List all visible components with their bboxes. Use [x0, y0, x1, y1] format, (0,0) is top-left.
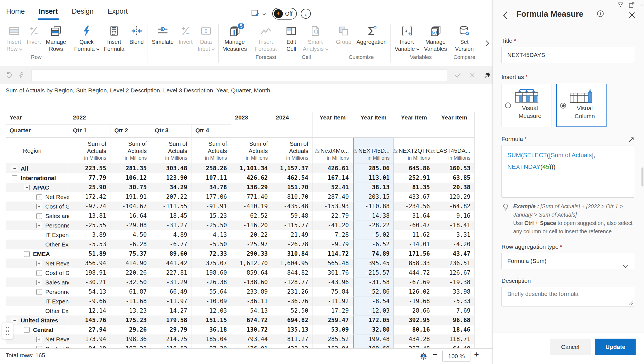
- ribbon-button-invert-row[interactable]: Invert: [24, 23, 43, 53]
- ribbon-button-blend[interactable]: Blend: [127, 23, 146, 53]
- row-header-it-expenses[interactable]: IT Expenses: [6, 297, 69, 306]
- table-cell[interactable]: 207.22: [151, 192, 191, 202]
- tab-design[interactable]: Design: [72, 7, 94, 18]
- table-cell[interactable]: 434.28: [394, 335, 434, 344]
- table-cell[interactable]: 414.90: [110, 259, 151, 268]
- table-cell[interactable]: -13.23: [110, 306, 151, 316]
- table-cell[interactable]: 53.09: [312, 325, 353, 335]
- ribbon-button-aggregation[interactable]: Aggregation: [354, 23, 389, 53]
- measure-header[interactable]: Sum of Actualsin Millions: [69, 138, 110, 164]
- table-cell[interactable]: 171.56: [394, 249, 434, 259]
- ribbon-button-manage-variables[interactable]: (x)ManageVariables: [422, 23, 449, 53]
- table-cell[interactable]: 136.29: [231, 183, 272, 192]
- measure-header[interactable]: Sum of Actualsin Millions: [191, 138, 231, 164]
- table-cell[interactable]: -115.77: [272, 221, 312, 230]
- measure-header[interactable]: fxLAST45DA...in Millions: [434, 138, 475, 164]
- table-cell[interactable]: -12.03: [353, 306, 394, 316]
- table-cell[interactable]: 34.29: [151, 183, 191, 192]
- table-cell[interactable]: -426.01: [231, 344, 272, 348]
- table-cell[interactable]: 203.15: [353, 192, 394, 202]
- table-cell[interactable]: -26.38: [191, 278, 231, 287]
- table-cell[interactable]: -231.26: [272, 287, 312, 297]
- table-cell[interactable]: 462.54: [272, 173, 312, 183]
- table-cell[interactable]: 135.13: [272, 325, 312, 335]
- insert-as-visual-measure-option[interactable]: Visual Measure: [501, 84, 552, 127]
- table-cell[interactable]: -5.33: [434, 297, 475, 306]
- table-cell[interactable]: -41.20: [312, 221, 353, 230]
- measure-header[interactable]: Sum of Actualsin Millions: [272, 138, 312, 164]
- table-cell[interactable]: 32.80: [353, 325, 394, 335]
- table-cell[interactable]: -54.13: [69, 287, 110, 297]
- table-cell[interactable]: -9.79: [312, 240, 353, 249]
- row-header-other-expe[interactable]: Other Expe...: [6, 306, 69, 316]
- focus-mode-icon[interactable]: [628, 2, 635, 9]
- table-cell[interactable]: -31.64: [394, 211, 434, 221]
- table-cell[interactable]: -66.49: [151, 287, 191, 297]
- table-cell[interactable]: -126.02: [394, 287, 434, 297]
- measure-header[interactable]: fxNext4Mo...in Millions: [312, 138, 353, 164]
- table-cell[interactable]: -444.72: [394, 268, 434, 278]
- back-icon[interactable]: [502, 11, 509, 21]
- expand-icon[interactable]: +: [36, 280, 42, 285]
- table-cell[interactable]: -31.27: [151, 221, 191, 230]
- table-cell[interactable]: -138.60: [231, 278, 272, 287]
- table-cell[interactable]: -110.88: [353, 202, 394, 211]
- table-cell[interactable]: -432.12: [272, 344, 312, 348]
- table-cell[interactable]: 25.90: [69, 183, 110, 192]
- drag-handle[interactable]: [2, 323, 13, 339]
- expand-icon[interactable]: +: [36, 337, 42, 342]
- table-cell[interactable]: -54.13: [231, 306, 272, 316]
- table-cell[interactable]: 29.26: [110, 325, 151, 335]
- table-cell[interactable]: 30.75: [110, 183, 151, 192]
- table-header-cell[interactable]: Qtr 2: [110, 125, 151, 138]
- table-cell[interactable]: 120.29: [434, 192, 475, 202]
- expand-formula-icon[interactable]: [628, 136, 635, 144]
- table-cell[interactable]: 172.05: [353, 316, 394, 325]
- table-header-cell[interactable]: Year Item: [394, 112, 434, 138]
- info-icon[interactable]: i: [301, 9, 311, 19]
- table-cell[interactable]: 160.53: [434, 164, 475, 173]
- edit-mode-button[interactable]: [247, 5, 268, 22]
- table-cell[interactable]: -36.11: [231, 297, 272, 306]
- collapse-icon[interactable]: −: [24, 251, 30, 257]
- table-cell[interactable]: -11.62: [394, 230, 434, 240]
- measure-header[interactable]: fxNEXT2QTRin Millions: [394, 138, 434, 164]
- table-cell[interactable]: -116.53: [151, 344, 191, 348]
- table-cell[interactable]: 118.71: [434, 335, 475, 344]
- row-header-sales-and-m[interactable]: +Sales and M...: [6, 211, 69, 221]
- table-cell[interactable]: -4.89: [151, 230, 191, 240]
- table-cell[interactable]: -25.50: [191, 221, 231, 230]
- ribbon-button-simulate[interactable]: Simulate: [149, 23, 176, 53]
- ribbon-button-edit-cell[interactable]: EditCell: [282, 23, 300, 53]
- table-cell[interactable]: 236.51: [434, 259, 475, 268]
- table-cell[interactable]: 426.62: [231, 173, 272, 183]
- table-cell[interactable]: -109.69: [353, 344, 394, 348]
- table-cell[interactable]: 29.79: [151, 325, 191, 335]
- table-cell[interactable]: 285.06: [353, 164, 394, 173]
- table-cell[interactable]: 175.23: [110, 316, 151, 325]
- table-cell[interactable]: -11.97: [151, 297, 191, 306]
- table-cell[interactable]: 130.72: [231, 325, 272, 335]
- table-cell[interactable]: -17.29: [312, 306, 353, 316]
- measure-header[interactable]: Sum of Actualsin Millions: [231, 138, 272, 164]
- table-cell[interactable]: -435.48: [272, 202, 312, 211]
- row-header-net-revenue[interactable]: +Net Revenue: [6, 192, 69, 202]
- table-cell[interactable]: -75.84: [312, 287, 353, 297]
- table-cell[interactable]: 36.18: [191, 325, 231, 335]
- table-cell[interactable]: -6.77: [151, 240, 191, 249]
- table-cell[interactable]: 167.14: [312, 173, 353, 183]
- table-cell[interactable]: -198.91: [69, 268, 110, 278]
- table-cell[interactable]: -4.13: [191, 230, 231, 240]
- table-cell[interactable]: -11.68: [110, 297, 151, 306]
- table-cell[interactable]: 1,157.37: [272, 164, 312, 173]
- panel-scrollbar-thumb[interactable]: [641, 167, 643, 186]
- ribbon-button-set-version[interactable]: SetVersion: [453, 23, 476, 53]
- table-cell[interactable]: 310.84: [272, 249, 312, 259]
- table-cell[interactable]: -22.79: [312, 211, 353, 221]
- table-cell[interactable]: 81.35: [394, 183, 434, 192]
- row-header-apac[interactable]: −APAC: [6, 183, 69, 192]
- ribbon-button-smart-analysis[interactable]: SmartAnalysis: [300, 23, 330, 53]
- table-cell[interactable]: -19.68: [394, 297, 434, 306]
- table-cell[interactable]: -4.50: [110, 230, 151, 240]
- table-cell[interactable]: -198.60: [191, 268, 231, 278]
